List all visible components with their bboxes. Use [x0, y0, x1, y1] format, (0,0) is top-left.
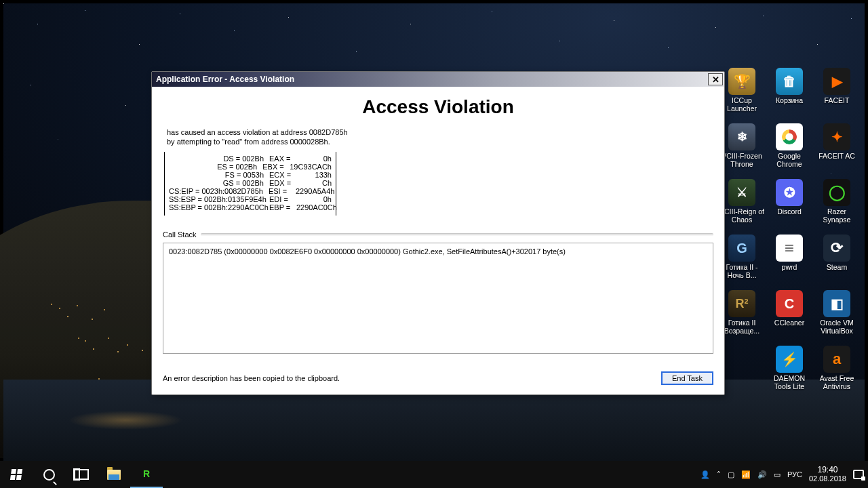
ic-roc-icon — [728, 179, 755, 206]
dialog-title: Application Error - Access Violation — [156, 75, 294, 84]
desktop-icon[interactable]: Готика II Возраще... — [718, 290, 766, 335]
ic-bin-icon — [776, 68, 803, 95]
language-indicator[interactable]: РУС — [787, 470, 802, 479]
divider — [201, 233, 713, 236]
register-left: SS:EBP = 002Bh:2290AC0Ch — [169, 203, 269, 211]
desktop-icon-label: ICCup Launcher — [719, 96, 765, 113]
ic-avast-icon — [823, 346, 850, 373]
callstack-label: Call Stack — [163, 230, 197, 239]
desktop-icon[interactable]: Razer Synapse — [813, 179, 861, 224]
end-task-button[interactable]: End Task — [661, 371, 713, 385]
desktop-icon[interactable]: Google Chrome — [766, 123, 813, 168]
clock-time: 19:40 — [809, 466, 846, 474]
register-left: ES = 002Bh — [169, 163, 262, 171]
desktop-icon[interactable]: Steam — [813, 235, 861, 279]
desktop-icon-label: Discord — [777, 207, 802, 216]
file-explorer-icon — [107, 470, 121, 480]
desktop-icon-label: FACEIT AC — [818, 152, 855, 160]
task-view-button[interactable] — [65, 461, 98, 488]
ic-chrome-icon — [776, 123, 803, 150]
desktop-icon[interactable]: DAEMON Tools Lite — [766, 346, 813, 390]
desktop-icon-label: FACEIT — [825, 96, 850, 104]
register-left: FS = 0053h — [169, 171, 269, 179]
callstack-entry: 0023:0082D785 (0x00000000 0x0082E6F0 0x0… — [169, 247, 707, 256]
ic-razer-icon — [823, 179, 850, 206]
start-button[interactable] — [0, 461, 33, 488]
taskbar-app-razer[interactable]: R — [130, 461, 163, 488]
registers-table: DS = 002BhEAX =0hES = 002BhEBX =19C93CAC… — [164, 152, 336, 216]
people-icon[interactable]: 👤 — [701, 470, 710, 479]
ic-faceit-icon — [823, 68, 850, 95]
callstack-box[interactable]: 0023:0082D785 (0x00000000 0x0082E6F0 0x0… — [163, 243, 713, 354]
touchpad-icon[interactable]: ▭ — [774, 470, 781, 479]
taskbar-clock[interactable]: 19:40 02.08.2018 — [809, 466, 846, 483]
desktop-icon-label: Razer Synapse — [814, 207, 860, 224]
ic-ccleaner-icon — [776, 290, 803, 317]
register-row: FS = 0053hECX =133h — [169, 171, 332, 179]
desktop-icon[interactable]: CCleaner — [766, 290, 813, 335]
dialog-titlebar[interactable]: Application Error - Access Violation ✕ — [152, 72, 724, 87]
desktop-icon[interactable]: FACEIT AC — [813, 123, 861, 168]
error-description: has caused an access violation at addres… — [167, 127, 713, 146]
register-row: ES = 002BhEBX =19C93CACh — [169, 163, 332, 171]
register-right: EDI =0h — [269, 195, 332, 203]
register-left: SS:ESP = 002Bh:0135F9E4h — [169, 195, 269, 203]
register-row: CS:EIP = 0023h:0082D785hESI =2290A5A4h — [169, 187, 332, 195]
ic-r2-icon — [728, 290, 755, 317]
windows-logo-icon — [10, 469, 22, 480]
desktop-icon[interactable]: VCIII-Reign of Chaos — [718, 179, 766, 224]
desktop-icon[interactable]: Oracle VM VirtualBox — [813, 290, 861, 335]
desktop-icon[interactable]: Discord — [766, 179, 813, 224]
error-description-line: has caused an access violation at addres… — [167, 127, 713, 137]
desktop-icons: ICCup LauncherКорзинаFACEITVCIII-Frozen … — [718, 68, 861, 390]
desktop-icon-label: Корзина — [776, 96, 803, 104]
register-row: GS = 002BhEDX =Ch — [169, 179, 332, 187]
desktop-icon-label: Oracle VM VirtualBox — [814, 319, 860, 335]
register-right: EAX =0h — [269, 155, 332, 163]
desktop-icon-label: CCleaner — [774, 319, 804, 327]
taskbar-app-explorer[interactable] — [98, 461, 130, 488]
action-center-icon[interactable] — [853, 470, 864, 479]
tray-chevron-up-icon[interactable]: ˄ — [717, 470, 721, 479]
register-right: EBX =19C93CACh — [262, 163, 332, 171]
desktop-icon[interactable]: pwrd — [766, 235, 813, 279]
desktop-icon-label: DAEMON Tools Lite — [766, 374, 812, 390]
register-row: DS = 002BhEAX =0h — [169, 155, 332, 163]
desktop: ICCup LauncherКорзинаFACEITVCIII-Frozen … — [0, 0, 868, 461]
ic-g2-icon — [728, 235, 755, 262]
register-row: SS:ESP = 002Bh:0135F9E4hEDI =0h — [169, 195, 332, 203]
desktop-icon-label: Готика II - Ночь В... — [719, 263, 765, 279]
razer-icon: R — [143, 468, 150, 479]
desktop-icon[interactable]: VCIII-Frozen Throne — [718, 123, 766, 168]
search-button[interactable] — [33, 461, 65, 488]
ic-vbox-icon — [823, 290, 850, 317]
register-right: EBP =2290AC0Ch — [269, 203, 337, 211]
register-left: DS = 002Bh — [169, 155, 269, 163]
ic-txt-icon — [776, 235, 803, 262]
desktop-icon-label: VCIII-Reign of Chaos — [719, 207, 765, 224]
desktop-icon-label: Avast Free Antivirus — [814, 374, 860, 390]
desktop-icon[interactable]: ICCup Launcher — [718, 68, 766, 113]
volume-icon[interactable]: 🔊 — [757, 470, 767, 479]
desktop-icon-label: Готика II Возраще... — [719, 319, 765, 335]
ic-iccup-icon — [728, 68, 755, 95]
battery-icon[interactable]: ▢ — [728, 470, 734, 479]
ic-discord-icon — [776, 179, 803, 206]
taskbar: R 👤 ˄ ▢ 📶 🔊 ▭ РУС 19:40 02.08.2018 — [0, 461, 868, 488]
desktop-icon-label: pwrd — [782, 263, 797, 271]
desktop-icon[interactable]: Корзина — [766, 68, 813, 113]
ic-wc3-icon — [728, 123, 755, 150]
desktop-icon[interactable]: FACEIT — [813, 68, 861, 113]
decorative-stars — [3, 3, 4, 4]
clipboard-note: An error description has been copied to … — [163, 374, 340, 382]
close-button[interactable]: ✕ — [708, 73, 723, 85]
register-right: ECX =133h — [269, 171, 332, 179]
desktop-icon[interactable]: Готика II - Ночь В... — [718, 235, 766, 279]
ic-steam-icon — [823, 235, 850, 262]
desktop-icon-label: Google Chrome — [766, 152, 812, 168]
register-left: GS = 002Bh — [169, 179, 269, 187]
wallpaper-lights — [78, 338, 79, 339]
desktop-icon[interactable]: Avast Free Antivirus — [813, 346, 861, 390]
ic-faceitac-icon — [823, 123, 850, 150]
network-icon[interactable]: 📶 — [741, 470, 751, 479]
